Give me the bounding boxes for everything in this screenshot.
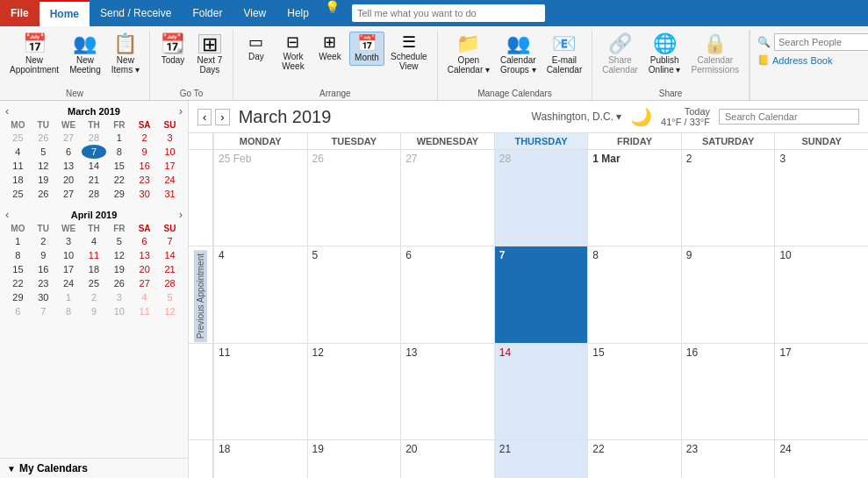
mini-day[interactable]: 27 [56,131,82,145]
mini-day[interactable]: 6 [56,145,82,159]
mini-day[interactable]: 27 [56,187,82,201]
mini-day[interactable]: 6 [132,234,157,248]
cal-day-feb25[interactable]: 25 Feb [213,150,307,246]
mini-day[interactable]: 4 [82,234,107,248]
tab-file[interactable]: File [0,0,39,26]
cal-next-button[interactable]: › [215,109,229,125]
new-items-button[interactable]: 📋 NewItems ▾ [107,32,144,77]
mini-day[interactable]: 8 [106,145,132,159]
mini-day[interactable]: 26 [106,276,132,290]
cal-day-mar16[interactable]: 16 [681,344,775,439]
mini-today-day[interactable]: 7 [82,145,107,159]
mini-day[interactable]: 14 [157,248,183,262]
mini-day[interactable]: 25 [5,131,31,145]
mini-day[interactable]: 11 [82,248,107,262]
new-meeting-button[interactable]: 👥 NewMeeting [65,32,105,77]
cal-day-mar14[interactable]: 14 [494,344,588,439]
today-button[interactable]: 📆 Today [155,32,190,68]
cal-day-mar11[interactable]: 11 [213,344,307,439]
mini-day[interactable]: 13 [132,248,157,262]
mini-day[interactable]: 9 [132,145,157,159]
cal-day-mar4[interactable]: 4 [213,246,307,342]
cal-day-mar12[interactable]: 12 [307,344,401,439]
mini-day[interactable]: 3 [157,131,183,145]
cal-day-mar23[interactable]: 23 [681,440,775,478]
mini-day[interactable]: 28 [157,276,183,290]
mini-day[interactable]: 1 [5,234,31,248]
mini-day[interactable]: 5 [106,234,132,248]
mini-day[interactable]: 12 [31,159,56,173]
mini-day[interactable]: 21 [157,262,183,276]
address-book-link[interactable]: 📒 Address Book [757,54,861,66]
mini-day[interactable]: 7 [157,234,183,248]
tab-help[interactable]: Help [276,0,319,26]
cal-day-mar3[interactable]: 3 [774,150,868,246]
mini-day[interactable]: 8 [5,248,31,262]
cal-day-mar2[interactable]: 2 [681,150,775,246]
mini-day[interactable]: 23 [132,173,157,187]
tab-send-receive[interactable]: Send / Receive [90,0,182,26]
mini-day[interactable]: 20 [56,173,82,187]
cal-day-mar20[interactable]: 20 [400,440,494,478]
week-view-button[interactable]: ⊞ Week [312,32,348,64]
mini-day[interactable]: 11 [132,304,157,318]
cal-day-feb26[interactable]: 26 [307,150,401,246]
cal-day-mar18[interactable]: 18 [213,440,307,478]
mini-day[interactable]: 12 [106,248,132,262]
mini-day[interactable]: 20 [132,262,157,276]
day-view-button[interactable]: ▭ Day [239,32,274,64]
mini-day[interactable]: 22 [106,173,132,187]
mini-day[interactable]: 14 [82,159,107,173]
mini-day[interactable]: 18 [82,262,107,276]
calendar-location[interactable]: Washington, D.C. ▾ [532,111,622,123]
mini-day[interactable]: 4 [132,290,157,304]
search-people-input[interactable] [774,33,868,51]
mini-day[interactable]: 10 [56,248,82,262]
mini-cal-april-next[interactable]: › [179,208,183,221]
cal-day-mar21[interactable]: 21 [494,440,588,478]
cal-day-mar5[interactable]: 5 [307,246,401,342]
mini-day[interactable]: 9 [31,248,56,262]
mini-day[interactable]: 3 [106,290,132,304]
new-appointment-button[interactable]: 📅 NewAppointment [5,32,63,77]
mini-cal-next-button[interactable]: › [179,104,183,118]
mini-day[interactable]: 1 [106,131,132,145]
mini-day[interactable]: 9 [82,304,107,318]
mini-day[interactable]: 19 [31,173,56,187]
open-calendar-button[interactable]: 📁 OpenCalendar ▾ [443,32,494,77]
cal-day-mar9[interactable]: 9 [681,246,775,342]
mini-day[interactable]: 24 [56,276,82,290]
tab-home[interactable]: Home [39,0,90,26]
cal-day-mar24[interactable]: 24 [774,440,868,478]
mini-day[interactable]: 27 [132,276,157,290]
schedule-view-button[interactable]: ☰ ScheduleView [386,32,432,74]
mini-day[interactable]: 12 [157,304,183,318]
cal-day-feb27[interactable]: 27 [400,150,494,246]
mini-day[interactable]: 5 [157,290,183,304]
tab-folder[interactable]: Folder [182,0,233,26]
mini-day[interactable]: 28 [82,187,107,201]
tab-view[interactable]: View [233,0,276,26]
cal-day-mar19[interactable]: 19 [307,440,401,478]
mini-day[interactable]: 29 [106,187,132,201]
mini-day[interactable]: 26 [31,131,56,145]
calendar-search-input[interactable] [719,109,859,125]
calendar-groups-button[interactable]: 👥 CalendarGroups ▾ [496,32,541,77]
previous-appointment-label[interactable]: Previous Appointment [194,250,207,342]
cal-prev-button[interactable]: ‹ [197,109,212,125]
mini-day[interactable]: 23 [31,276,56,290]
month-view-button[interactable]: 📅 Month [349,32,384,66]
mini-day[interactable]: 8 [56,304,82,318]
mini-day[interactable]: 25 [5,187,31,201]
mini-day[interactable]: 16 [132,159,157,173]
cal-day-mar13[interactable]: 13 [400,344,494,439]
mini-day[interactable]: 30 [132,187,157,201]
mini-day[interactable]: 30 [31,290,56,304]
cal-day-mar15[interactable]: 15 [587,344,681,439]
command-search-bar[interactable] [345,0,868,26]
cal-day-mar6[interactable]: 6 [400,246,494,342]
mini-cal-april-prev[interactable]: ‹ [5,208,9,221]
publish-online-button[interactable]: 🌐 PublishOnline ▾ [644,32,685,77]
mini-day[interactable]: 26 [31,187,56,201]
mini-day[interactable]: 19 [106,262,132,276]
